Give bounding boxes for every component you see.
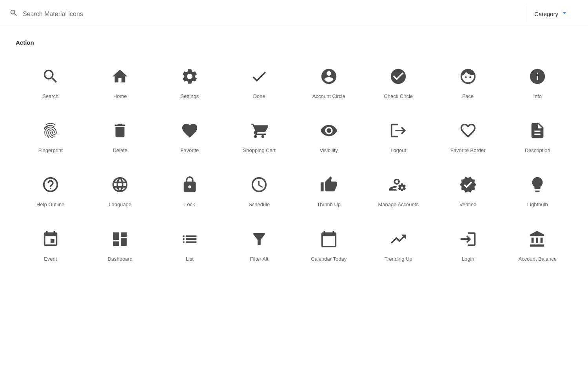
icon-item-check-circle[interactable]: Check Circle — [364, 55, 434, 109]
chevron-down-icon — [561, 9, 568, 19]
icon-item-lock[interactable]: Lock — [155, 163, 225, 218]
icon-item-event[interactable]: Event — [16, 218, 85, 272]
icon-item-info[interactable]: Info — [503, 55, 573, 109]
done-icon — [249, 66, 269, 87]
section-title: Action — [16, 39, 572, 46]
help-outline-icon — [40, 174, 61, 195]
icon-item-fingerprint[interactable]: Fingerprint — [16, 109, 85, 163]
icon-item-filter-alt[interactable]: Filter Alt — [225, 218, 294, 272]
icon-grid: Search Home Settings Done — [16, 55, 572, 272]
icon-label-lock: Lock — [184, 201, 195, 208]
list-icon — [180, 229, 200, 249]
category-dropdown[interactable]: Category — [524, 6, 579, 22]
icon-label-lightbulb: Lightbulb — [527, 201, 548, 208]
settings-icon — [180, 66, 200, 87]
icon-label-login: Login — [462, 256, 474, 263]
icon-item-search[interactable]: Search — [16, 55, 85, 109]
icon-item-description[interactable]: Description — [503, 109, 573, 163]
icon-item-calendar-today[interactable]: Calendar Today — [294, 218, 364, 272]
check-circle-icon — [388, 66, 408, 87]
icon-item-logout[interactable]: Logout — [364, 109, 434, 163]
dashboard-icon — [110, 229, 130, 249]
icon-item-account-balance[interactable]: Account Balance — [503, 218, 573, 272]
icon-item-thumb-up[interactable]: Thumb Up — [294, 163, 364, 218]
icon-item-trending-up[interactable]: Trending Up — [364, 218, 434, 272]
verified-icon — [458, 174, 478, 195]
icon-item-favorite[interactable]: Favorite — [155, 109, 225, 163]
thumb-up-icon — [319, 174, 339, 195]
icon-item-done[interactable]: Done — [225, 55, 294, 109]
search-icon-header — [9, 9, 18, 20]
icon-label-description: Description — [525, 147, 550, 154]
filter-alt-icon — [249, 229, 269, 249]
search-input[interactable] — [23, 11, 180, 18]
icon-label-account-circle: Account Circle — [312, 93, 345, 100]
icon-item-face[interactable]: Face — [433, 55, 503, 109]
info-icon — [527, 66, 548, 87]
category-label: Category — [534, 11, 558, 17]
icon-item-home[interactable]: Home — [85, 55, 155, 109]
icon-item-shopping-cart[interactable]: Shopping Cart — [225, 109, 294, 163]
icon-item-dashboard[interactable]: Dashboard — [85, 218, 155, 272]
logout-icon — [388, 120, 408, 141]
icon-label-visibility: Visibility — [319, 147, 338, 154]
icon-label-account-balance: Account Balance — [518, 256, 557, 263]
description-icon — [527, 120, 548, 141]
icon-label-done: Done — [253, 93, 265, 100]
icon-label-logout: Logout — [390, 147, 406, 154]
account-balance-icon — [527, 229, 548, 249]
icon-label-language: Language — [109, 201, 131, 208]
search-icon — [40, 66, 61, 87]
language-icon — [110, 174, 130, 195]
icon-label-settings: Settings — [180, 93, 199, 100]
shopping-cart-icon — [249, 120, 269, 141]
icon-item-lightbulb[interactable]: Lightbulb — [503, 163, 573, 218]
icon-item-language[interactable]: Language — [85, 163, 155, 218]
icon-item-help-outline[interactable]: Help Outline — [16, 163, 85, 218]
visibility-icon — [319, 120, 339, 141]
icon-label-thumb-up: Thumb Up — [317, 201, 341, 208]
manage-accounts-icon — [388, 174, 408, 195]
favorite-icon — [180, 120, 200, 141]
icon-label-dashboard: Dashboard — [107, 256, 132, 263]
icon-item-account-circle[interactable]: Account Circle — [294, 55, 364, 109]
icon-item-settings[interactable]: Settings — [155, 55, 225, 109]
delete-icon — [110, 120, 130, 141]
icon-label-schedule: Schedule — [249, 201, 270, 208]
header: Category — [0, 0, 588, 28]
icon-label-filter-alt: Filter Alt — [250, 256, 269, 263]
home-icon — [110, 66, 130, 87]
icon-label-calendar-today: Calendar Today — [311, 256, 347, 263]
login-icon — [458, 229, 478, 249]
icon-label-favorite-border: Favorite Border — [450, 147, 486, 154]
icon-label-face: Face — [462, 93, 474, 100]
icon-label-list: List — [186, 256, 194, 263]
icon-item-login[interactable]: Login — [433, 218, 503, 272]
icon-item-delete[interactable]: Delete — [85, 109, 155, 163]
icon-item-verified[interactable]: Verified — [433, 163, 503, 218]
icon-item-visibility[interactable]: Visibility — [294, 109, 364, 163]
trending-up-icon — [388, 229, 408, 249]
icon-label-check-circle: Check Circle — [384, 93, 413, 100]
face-icon — [458, 66, 478, 87]
icon-label-event: Event — [44, 256, 57, 263]
icon-label-info: Info — [533, 93, 542, 100]
schedule-icon — [249, 174, 269, 195]
icon-label-delete: Delete — [113, 147, 127, 154]
search-area — [9, 9, 524, 20]
favorite-border-icon — [458, 120, 478, 141]
icon-label-help-outline: Help Outline — [36, 201, 65, 208]
icon-item-list[interactable]: List — [155, 218, 225, 272]
icon-label-home: Home — [113, 93, 127, 100]
icon-label-manage-accounts: Manage Accounts — [378, 201, 419, 208]
account-circle-icon — [319, 66, 339, 87]
lock-icon — [180, 174, 200, 195]
icon-label-shopping-cart: Shopping Cart — [243, 147, 276, 154]
icon-label-fingerprint: Fingerprint — [38, 147, 63, 154]
icon-item-manage-accounts[interactable]: Manage Accounts — [364, 163, 434, 218]
calendar-today-icon — [319, 229, 339, 249]
icon-label-favorite: Favorite — [180, 147, 199, 154]
fingerprint-icon — [40, 120, 61, 141]
icon-item-schedule[interactable]: Schedule — [225, 163, 294, 218]
icon-item-favorite-border[interactable]: Favorite Border — [433, 109, 503, 163]
